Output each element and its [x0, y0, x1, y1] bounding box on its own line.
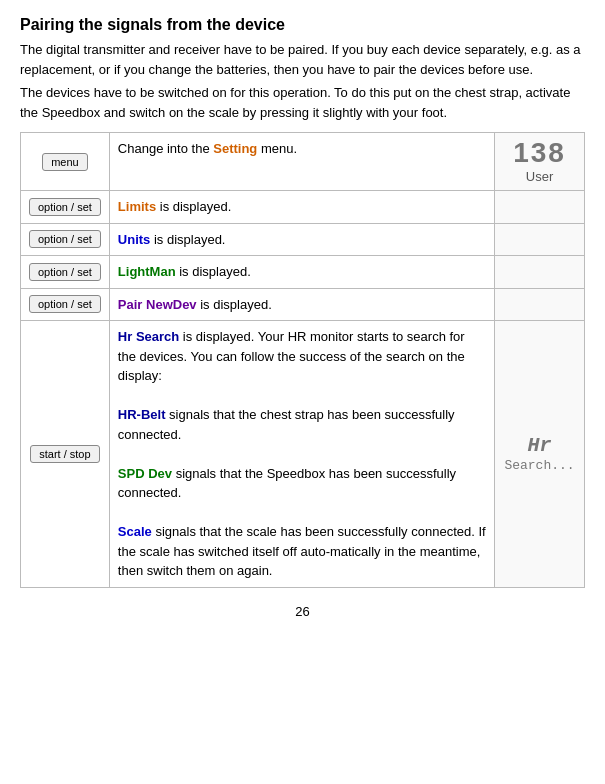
- hr-search-highlight: Hr Search: [118, 329, 179, 344]
- button-cell-startstop: start / stop: [21, 321, 110, 588]
- limits-highlight: Limits: [118, 199, 156, 214]
- pairnewdev-highlight: Pair NewDev: [118, 297, 197, 312]
- instruction-table: menu Change into the Setting menu. 138 U…: [20, 132, 585, 588]
- button-cell-units: option / set: [21, 223, 110, 256]
- hr-belt-highlight: HR-Belt: [118, 407, 166, 422]
- units-highlight: Units: [118, 232, 151, 247]
- display-hr-line2: Search...: [503, 458, 576, 473]
- display-cell-empty-2: [495, 223, 585, 256]
- description-cell-pairnewdev: Pair NewDev is displayed.: [109, 288, 494, 321]
- option-set-button-4[interactable]: option / set: [29, 295, 101, 313]
- display-user-label: User: [503, 169, 576, 184]
- scale-highlight: Scale: [118, 524, 152, 539]
- button-cell-pairnewdev: option / set: [21, 288, 110, 321]
- option-set-button-1[interactable]: option / set: [29, 198, 101, 216]
- button-cell-menu: menu: [21, 133, 110, 191]
- hr-belt-text: signals that the chest strap has been su…: [118, 407, 455, 442]
- option-set-button-3[interactable]: option / set: [29, 263, 101, 281]
- display-cell-empty-3: [495, 256, 585, 289]
- menu-button[interactable]: menu: [42, 153, 88, 171]
- intro-paragraph-1: The digital transmitter and receiver hav…: [20, 40, 585, 79]
- display-number: 138: [503, 139, 576, 167]
- lightman-highlight: LightMan: [118, 264, 176, 279]
- description-cell-lightman: LightMan is displayed.: [109, 256, 494, 289]
- page-title: Pairing the signals from the device: [20, 16, 585, 34]
- table-row: menu Change into the Setting menu. 138 U…: [21, 133, 585, 191]
- setting-highlight: Setting: [213, 141, 257, 156]
- table-row: start / stop Hr Search is displayed. You…: [21, 321, 585, 588]
- button-cell-limits: option / set: [21, 191, 110, 224]
- button-cell-lightman: option / set: [21, 256, 110, 289]
- description-cell-menu: Change into the Setting menu.: [109, 133, 494, 191]
- scale-text: signals that the scale has been successf…: [118, 524, 486, 578]
- table-row: option / set Pair NewDev is displayed.: [21, 288, 585, 321]
- display-cell-empty-1: [495, 191, 585, 224]
- display-cell-hr-search: Hr Search...: [495, 321, 585, 588]
- table-row: option / set Limits is displayed.: [21, 191, 585, 224]
- display-cell-user: 138 User: [495, 133, 585, 191]
- description-cell-limits: Limits is displayed.: [109, 191, 494, 224]
- table-row: option / set LightMan is displayed.: [21, 256, 585, 289]
- display-cell-empty-4: [495, 288, 585, 321]
- display-hr-line1: Hr: [503, 434, 576, 458]
- page-number: 26: [20, 604, 585, 619]
- description-cell-startstop: Hr Search is displayed. Your HR monitor …: [109, 321, 494, 588]
- table-row: option / set Units is displayed.: [21, 223, 585, 256]
- option-set-button-2[interactable]: option / set: [29, 230, 101, 248]
- description-cell-units: Units is displayed.: [109, 223, 494, 256]
- spd-dev-highlight: SPD Dev: [118, 466, 172, 481]
- start-stop-button[interactable]: start / stop: [30, 445, 99, 463]
- intro-paragraph-2: The devices have to be switched on for t…: [20, 83, 585, 122]
